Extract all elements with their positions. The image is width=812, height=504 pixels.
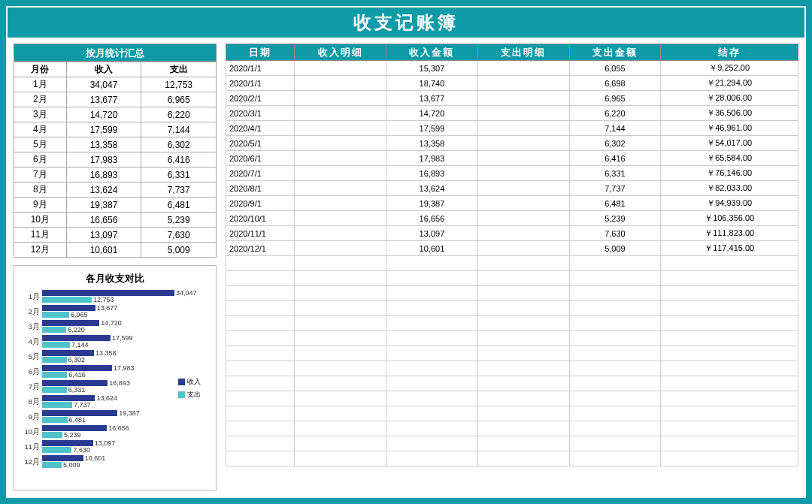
cell-income-amt: 19,387 — [386, 196, 478, 211]
bar-income — [42, 290, 174, 296]
chart-bars: 16,8936,331 — [42, 380, 178, 394]
table-row-empty — [226, 376, 798, 391]
table-row-empty — [226, 406, 798, 421]
page-title: 收支记账簿 — [8, 8, 804, 38]
chart-bars: 13,0977,630 — [42, 440, 178, 454]
detail-table: 日期 收入明细 收入金额 支出明细 支出金额 结存 2020/1/115,307… — [226, 44, 798, 466]
table-row: 2020/9/119,3876,481￥94,939.00 — [226, 196, 798, 211]
cell-income-desc — [295, 106, 386, 121]
summary-col-month: 月份 — [14, 62, 67, 77]
cell-expense: 5,239 — [141, 213, 217, 228]
table-row: 12月10,6015,009 — [14, 243, 217, 258]
cell-income-amt: 18,740 — [386, 76, 478, 91]
cell-income-amt: 17,983 — [386, 151, 478, 166]
cell-income-amt: 16,656 — [386, 211, 478, 226]
cell-expense-amt: 6,331 — [569, 166, 661, 181]
cell-expense-amt: 6,055 — [569, 61, 661, 76]
chart-row: 7月16,8936,331 — [19, 380, 178, 394]
chart-category-label: 10月 — [19, 427, 40, 437]
chart-row: 5月13,3586,302 — [19, 350, 178, 364]
table-row: 10月16,6565,239 — [14, 213, 217, 228]
chart-bars: 17,9836,416 — [42, 365, 178, 379]
table-row-empty — [226, 271, 798, 286]
bar-expense — [42, 432, 62, 438]
table-row-empty — [226, 301, 798, 316]
cell-income-desc — [295, 241, 386, 256]
cell-balance: ￥106,356.00 — [661, 211, 798, 226]
cell-expense-desc — [477, 166, 569, 181]
chart-category-label: 6月 — [19, 367, 40, 377]
cell-month: 9月 — [14, 198, 67, 213]
cell-expense-desc — [477, 196, 569, 211]
chart-row: 1月34,04712,753 — [19, 290, 178, 303]
cell-balance: ￥117,415.00 — [661, 241, 798, 256]
cell-expense-desc — [477, 226, 569, 241]
cell-income: 19,387 — [66, 198, 141, 213]
bar-expense — [42, 357, 67, 363]
cell-expense-desc — [477, 76, 569, 91]
chart-category-label: 7月 — [19, 382, 40, 392]
table-row: 2020/7/116,8936,331￥76,146.00 — [226, 166, 798, 181]
cell-date: 2020/10/1 — [226, 211, 295, 226]
cell-balance: ￥54,017.00 — [661, 136, 798, 151]
detail-col-income-amt: 收入金额 — [386, 44, 478, 61]
cell-month: 11月 — [14, 228, 67, 243]
cell-expense-amt: 6,481 — [569, 196, 661, 211]
cell-income: 13,097 — [66, 228, 141, 243]
chart-bars: 17,5997,144 — [42, 335, 178, 349]
chart-area: 1月34,04712,7532月13,6776,9653月14,7206,220… — [19, 290, 178, 487]
summary-col-expense: 支出 — [141, 62, 217, 77]
cell-income-desc — [295, 211, 386, 226]
summary-panel: 按月统计汇总 月份 收入 支出 1月34,04712,7532月13,6776,… — [14, 44, 217, 258]
bar-expense — [42, 342, 70, 348]
table-row-empty — [226, 361, 798, 376]
chart-title: 各月收支对比 — [19, 272, 211, 285]
bar-income-label: 34,047 — [176, 289, 197, 297]
bar-income — [42, 320, 99, 326]
cell-income-amt: 10,601 — [386, 241, 478, 256]
cell-income: 13,677 — [66, 92, 141, 107]
table-row-empty — [226, 256, 798, 271]
chart-row: 11月13,0977,630 — [19, 440, 178, 454]
page-frame: 收支记账簿 按月统计汇总 月份 收入 支出 1月34,04712,7 — [0, 0, 812, 504]
chart-row: 4月17,5997,144 — [19, 335, 178, 349]
bar-income — [42, 380, 108, 386]
cell-income: 16,656 — [66, 213, 141, 228]
cell-income-desc — [295, 181, 386, 196]
bar-expense-label: 6,965 — [71, 311, 88, 318]
cell-expense-desc — [477, 106, 569, 121]
cell-expense: 6,965 — [141, 92, 217, 107]
cell-income-desc — [295, 196, 386, 211]
cell-date: 2020/1/1 — [226, 76, 295, 91]
table-row: 1月34,04712,753 — [14, 77, 217, 92]
bar-income-label: 16,893 — [109, 379, 130, 387]
cell-date: 2020/1/1 — [226, 61, 295, 76]
chart-row: 3月14,7206,220 — [19, 320, 178, 333]
table-row-empty — [226, 421, 798, 436]
bar-expense — [42, 297, 92, 303]
cell-income-desc — [295, 136, 386, 151]
cell-expense: 6,331 — [141, 167, 217, 183]
chart-row: 10月16,6565,239 — [19, 425, 178, 439]
chart-bars: 10,6015,009 — [42, 455, 178, 469]
bar-expense — [42, 402, 72, 408]
cell-expense-desc — [477, 181, 569, 196]
bar-income — [42, 305, 95, 311]
cell-income-amt: 13,677 — [386, 91, 478, 106]
chart-category-label: 2月 — [19, 307, 40, 317]
cell-income: 14,720 — [66, 107, 141, 122]
bar-expense — [42, 312, 69, 318]
bar-expense — [42, 417, 68, 423]
cell-expense-desc — [477, 241, 569, 256]
bar-income — [42, 455, 83, 461]
cell-month: 2月 — [14, 92, 67, 107]
cell-expense-desc — [477, 136, 569, 151]
table-row: 2020/3/114,7206,220￥36,506.00 — [226, 106, 798, 121]
cell-expense-desc — [477, 91, 569, 106]
cell-expense-amt: 6,302 — [569, 136, 661, 151]
chart-row: 2月13,6776,965 — [19, 305, 178, 318]
cell-date: 2020/2/1 — [226, 91, 295, 106]
cell-income-desc — [295, 121, 386, 136]
table-row: 11月13,0977,630 — [14, 228, 217, 243]
summary-col-income: 收入 — [66, 62, 141, 77]
